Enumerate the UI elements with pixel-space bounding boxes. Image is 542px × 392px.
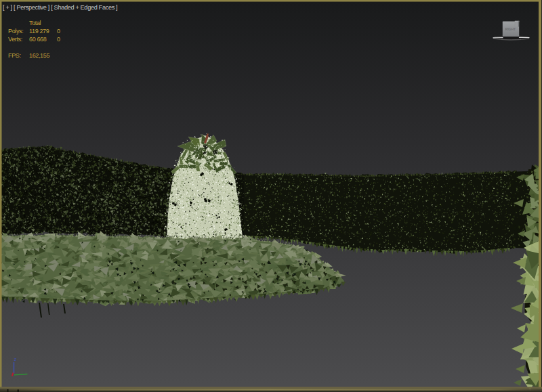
svg-text:119 279: 119 279 [29,28,49,35]
svg-text:0: 0 [57,36,60,43]
svg-text:Polys:: Polys: [8,28,23,35]
svg-text:z: z [14,357,17,362]
svg-text:RIGHT: RIGHT [505,27,516,31]
svg-text:Verts:: Verts: [8,36,22,43]
svg-text:0: 0 [57,28,60,35]
svg-text:162,155: 162,155 [29,52,49,59]
svg-text:60 668: 60 668 [29,36,47,43]
svg-text:FPS:: FPS: [8,52,21,59]
svg-text:[ + ] [ Perspective ] [ Shaded: [ + ] [ Perspective ] [ Shaded + Edged F… [3,4,117,11]
svg-text:Total: Total [29,20,41,26]
